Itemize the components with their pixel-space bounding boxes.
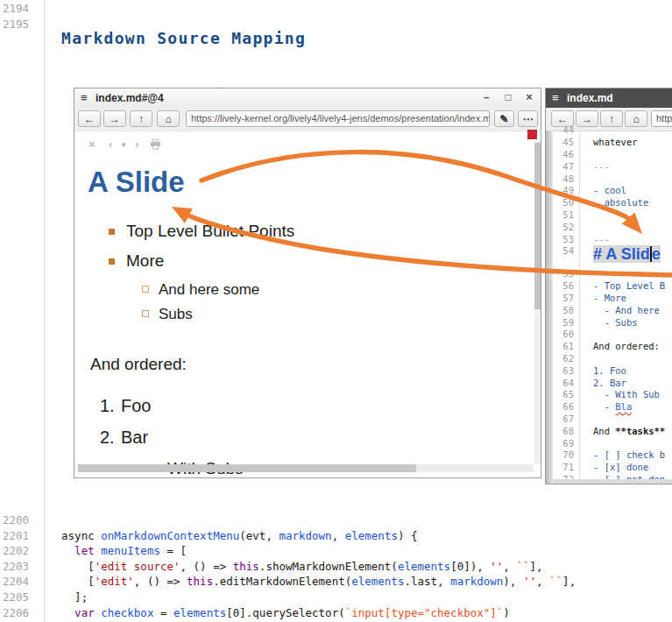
code-token: , — [265, 529, 279, 542]
editor-line: 51 — [553, 209, 672, 222]
editor-line: 55 — [553, 268, 672, 280]
browser-window-source-editor: ≡ index.md ← → ↑ ⌂ https 4445whatever464… — [545, 88, 672, 484]
code-token: '' — [490, 560, 503, 573]
code-token: ) { — [398, 529, 418, 542]
slide-ordered-item: 1.Foo — [88, 396, 506, 416]
editor-left-scroll-strip[interactable] — [546, 131, 553, 484]
code-token: = — [153, 606, 173, 619]
presentation-toolbar: × ‹ ● › — [74, 131, 541, 158]
editor-line-text: --- — [593, 161, 610, 172]
right-window-titlebar[interactable]: ≡ index.md — [546, 88, 672, 108]
code-token: [ — [48, 575, 95, 588]
code-token: ( — [239, 529, 246, 542]
code-line: 2200 — [0, 513, 672, 529]
maximize-button[interactable]: □ — [500, 90, 516, 104]
code-token: [0]), — [450, 560, 490, 573]
editor-line: 50 absolute — [553, 197, 672, 209]
editor-line-text: And **tasks** — [593, 426, 665, 436]
expand-icon[interactable]: × — [88, 138, 95, 151]
gutter-line-number: 2205 — [3, 590, 29, 604]
editor-line-number: 58 — [555, 305, 574, 315]
current-slide-dot-icon[interactable]: ● — [121, 139, 126, 149]
editor-line-number: 50 — [555, 197, 574, 208]
left-window-titlebar[interactable]: ≡ index.md#@4 – □ × — [74, 88, 541, 109]
up-icon[interactable]: ↑ — [130, 110, 152, 127]
editor-token: - More — [593, 293, 626, 303]
code-token: [ — [48, 560, 95, 573]
browser-window-presentation: ≡ index.md#@4 – □ × ← → ↑ ⌂ https://live… — [74, 88, 541, 478]
editor-horizontal-scrollbar[interactable] — [553, 479, 672, 484]
editor-line: 69 — [553, 438, 672, 450]
code-line: 2202 let menuItems = [ — [0, 544, 672, 560]
code-token: ]; — [48, 590, 88, 604]
editor-line: 56- Top Level B — [553, 280, 672, 293]
editor-line-text: # A Slide — [593, 245, 661, 264]
edit-pencil-icon[interactable]: ✎ — [494, 110, 514, 127]
editor-line-number: 63 — [555, 365, 574, 376]
scroll-marker-red — [527, 130, 537, 139]
code-token: , () => — [180, 560, 233, 573]
code-token: let — [74, 544, 95, 557]
gutter-line-number: 2201 — [3, 529, 29, 542]
code-token: elements — [173, 606, 226, 619]
slide-ordered-number: 2. — [100, 428, 121, 448]
code-token: elements — [398, 560, 450, 573]
editor-line: 60 — [553, 329, 672, 341]
menu-icon[interactable]: ≡ — [552, 91, 559, 104]
horizontal-scrollbar-thumb[interactable] — [78, 464, 416, 472]
code-token: = [ — [160, 544, 187, 557]
code-line-text: let menuItems = [ — [48, 544, 187, 557]
slide-ordered-text: Bar — [121, 428, 148, 447]
editor-line-text: - Top Level B — [593, 280, 665, 291]
back-icon[interactable]: ← — [78, 110, 101, 127]
code-token: 'edit source' — [95, 560, 180, 573]
editor-token: 1. Foo — [593, 365, 626, 376]
page-title: Markdown Source Mapping — [61, 29, 306, 47]
url-input[interactable]: https://lively-kernel.org/lively4/lively… — [186, 110, 490, 127]
print-icon[interactable] — [150, 138, 161, 152]
editor-line-number: 64 — [555, 378, 574, 388]
left-window-title: index.md#@4 — [95, 92, 164, 104]
vertical-scrollbar[interactable] — [534, 141, 541, 463]
editor-line-text: 2. Bar — [593, 378, 626, 388]
editor-line: 70- [ ] check b — [553, 449, 672, 462]
prev-slide-icon[interactable]: ‹ — [109, 138, 112, 151]
editor-line-number: 53 — [555, 234, 574, 244]
editor-line-number: 67 — [555, 413, 574, 424]
code-token: ), — [503, 575, 523, 588]
code-line-text: var checkbox = elements[0].querySelector… — [48, 606, 510, 619]
editor-line: 49- cool — [553, 185, 672, 197]
editor-line-text: --- — [593, 234, 610, 244]
editor-line-number: 69 — [555, 438, 574, 449]
code-token: , — [536, 575, 549, 588]
horizontal-scrollbar[interactable] — [78, 464, 534, 472]
close-button[interactable]: × — [521, 90, 537, 104]
next-slide-icon[interactable]: › — [135, 138, 138, 151]
menu-icon[interactable]: ≡ — [81, 91, 88, 104]
markdown-source-editor[interactable]: 4445whatever4647---4849- cool50 absolute… — [553, 124, 672, 479]
slide-content: A Slide Top Level Bullet PointsMoreAnd h… — [88, 166, 506, 478]
slide-bullet-item: Subs — [88, 306, 506, 323]
code-token: var — [74, 606, 95, 619]
editor-line: 642. Bar — [553, 378, 672, 390]
code-token: [0].querySelector( — [226, 606, 344, 619]
editor-line-text: - Bla — [593, 401, 632, 412]
code-token: ) — [503, 606, 510, 619]
code-line-text: ]; — [48, 590, 88, 604]
editor-token: - Subs — [593, 317, 638, 328]
code-token: onMarkdownContextMenu — [101, 529, 239, 542]
editor-line-text: - And here — [593, 305, 665, 315]
minimize-button[interactable]: – — [478, 90, 494, 104]
code-token: async — [48, 529, 101, 542]
forward-icon[interactable]: → — [103, 110, 126, 127]
editor-line-number: 47 — [555, 161, 574, 172]
more-options-icon[interactable]: ⋯ — [518, 110, 538, 127]
home-icon[interactable]: ⌂ — [157, 110, 180, 127]
editor-token: And — [593, 426, 615, 436]
vertical-scrollbar-thumb[interactable] — [534, 143, 541, 309]
editor-line-number: 51 — [555, 209, 574, 220]
right-window-title: index.md — [567, 92, 613, 104]
literate-editor-page: 21942195 Markdown Source Mapping ≡ index… — [0, 0, 672, 622]
editor-token: - And here — [593, 305, 665, 315]
slide-paragraph: And ordered: — [90, 355, 506, 374]
